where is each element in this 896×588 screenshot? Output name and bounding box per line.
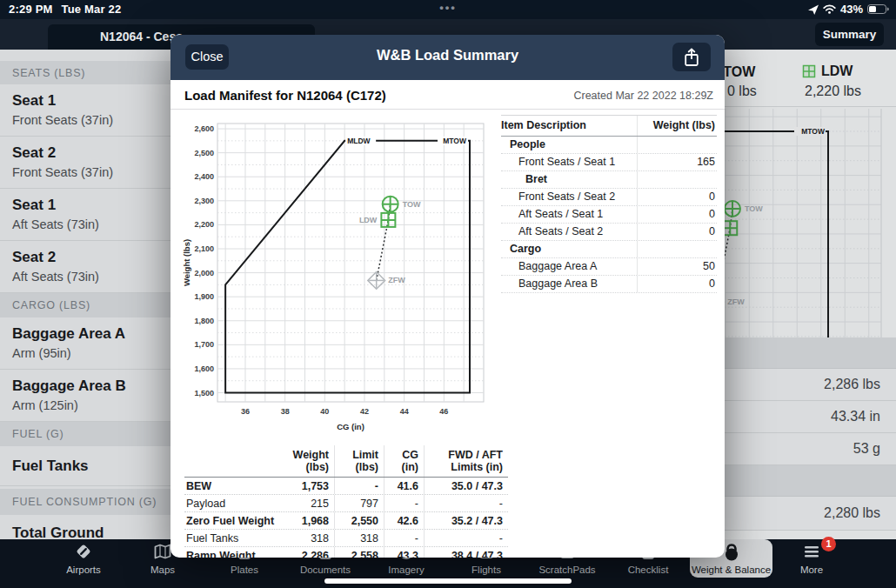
table-row: Aft Seats / Seat 10 (501, 206, 717, 224)
svg-text:CG (in): CG (in) (337, 422, 364, 431)
mtow-value: 0 lbs (727, 84, 757, 99)
panel-band (725, 465, 896, 497)
svg-text:44: 44 (400, 407, 409, 416)
svg-text:46: 46 (439, 407, 448, 416)
location-arrow-icon (808, 4, 819, 15)
table-row: Zero Fuel Weight1,9682,55042.635.2 / 47.… (184, 512, 508, 530)
panel-value-row[interactable]: 43.34 in (725, 401, 896, 433)
station-row-seat2-aft[interactable]: Seat 2 Aft Seats (73in) (0, 241, 171, 293)
svg-text:2,500: 2,500 (194, 149, 214, 157)
panel-value-row[interactable]: 53 g (725, 433, 896, 465)
multitask-dots: ••• (0, 1, 896, 14)
ldw-label: LDW (821, 63, 853, 79)
svg-text:TOW: TOW (403, 200, 421, 209)
svg-text:38: 38 (281, 407, 290, 416)
load-stations-sidebar: SEATS (LBS) Seat 1 Front Seats (37in) Se… (0, 50, 171, 539)
station-row-baggage-a[interactable]: Baggage Area A Arm (95in) (0, 317, 171, 370)
wb-summary-panel: MTOW 0 lbs LDW 2,220 lbs MTOWTOWLDWZFW 2… (725, 50, 896, 539)
svg-text:1,800: 1,800 (194, 317, 214, 325)
section-header-fuel: FUEL (G) (0, 422, 171, 446)
section-header-fuel-consumption: FUEL CONSUMPTION (G) (0, 489, 171, 515)
svg-text:MTOW: MTOW (801, 127, 826, 136)
svg-text:40: 40 (320, 407, 329, 416)
table-row: Aft Seats / Seat 20 (501, 224, 717, 241)
table-row: Cargo (501, 241, 717, 258)
table-row: BEW1,753-41.635.0 / 47.3 (184, 478, 508, 495)
table-row: Front Seats / Seat 20 (501, 189, 717, 206)
ldw-value: 2,220 lbs (805, 84, 861, 99)
created-timestamp: Created Mar 22 2022 18:29Z (573, 90, 713, 102)
airports-icon (73, 541, 94, 562)
limits-header-band: MTOW 0 lbs LDW 2,220 lbs (725, 50, 896, 107)
svg-text:42: 42 (360, 407, 369, 416)
svg-text:2,300: 2,300 (194, 197, 214, 205)
svg-text:36: 36 (241, 407, 250, 416)
station-row-baggage-b[interactable]: Baggage Area B Arm (125in) (0, 370, 171, 422)
weight-summary-table: Weight (lbs) Limit (lbs) CG (in) FWD / A… (184, 445, 508, 558)
panel-band (725, 337, 896, 369)
table-row: Ramp Weight2,2862,55843.338.4 / 47.3 (184, 547, 508, 558)
svg-text:2,000: 2,000 (194, 269, 214, 277)
table-row: Baggage Area A50 (501, 258, 717, 276)
table-row: Bret (501, 171, 717, 189)
svg-text:1,600: 1,600 (194, 364, 214, 373)
svg-text:2,400: 2,400 (194, 172, 214, 181)
svg-text:1,700: 1,700 (194, 340, 214, 349)
wifi-icon (823, 4, 836, 14)
table-row: Payload215797-- (184, 495, 508, 512)
screen: 2:29 PMTue Mar 22 ••• 43% N12064 - Cess … (0, 0, 896, 588)
svg-text:LDW: LDW (359, 216, 378, 224)
svg-text:1,500: 1,500 (194, 389, 214, 398)
svg-text:2,100: 2,100 (194, 244, 214, 253)
station-row-seat1-front[interactable]: Seat 1 Front Seats (37in) (0, 84, 171, 137)
home-indicator[interactable] (324, 578, 572, 584)
table-row: Fuel Tanks318318-- (184, 530, 508, 547)
mtow-label: MTOW (725, 64, 755, 80)
status-bar: 2:29 PMTue Mar 22 ••• 43% (0, 0, 896, 19)
station-row-fuel-tanks[interactable]: Fuel Tanks (0, 446, 171, 486)
items-table-header: Item Description Weight (lbs) (501, 115, 717, 137)
manifest-header-row: Load Manifest for N12064 (C172) Created … (171, 80, 725, 110)
tab-airports[interactable]: Airports (44, 539, 123, 588)
panel-value-row[interactable]: 2,280 lbs (725, 497, 896, 531)
svg-text:MTOW: MTOW (443, 137, 467, 145)
svg-text:ZFW: ZFW (388, 276, 405, 284)
modal-title: W&B Load Summary (171, 47, 725, 63)
more-icon (801, 541, 822, 562)
wb-envelope-chart: 3638404244461,5001,6001,7001,8001,9002,0… (179, 113, 499, 437)
summary-button[interactable]: Summary (815, 23, 884, 46)
station-row-total-ground[interactable]: Total Ground (0, 515, 171, 539)
share-button[interactable] (672, 43, 711, 71)
wb-load-summary-modal: Close W&B Load Summary Load Manifest for… (171, 35, 725, 558)
svg-text:2,600: 2,600 (194, 124, 214, 133)
more-badge: 1 (821, 537, 836, 551)
modal-header: Close W&B Load Summary (171, 35, 725, 80)
svg-text:ZFW: ZFW (727, 297, 745, 306)
table-row: Baggage Area B0 (501, 276, 717, 293)
manifest-title: Load Manifest for N12064 (C172) (184, 88, 386, 103)
svg-text:MLDW: MLDW (347, 137, 371, 145)
svg-text:2,200: 2,200 (194, 220, 214, 229)
ldw-grid-icon (802, 64, 816, 78)
svg-text:Weight (lbs): Weight (lbs) (182, 239, 191, 286)
table-row: Front Seats / Seat 1165 (501, 154, 717, 171)
battery-percent: 43% (840, 3, 863, 16)
table-row: People (501, 137, 717, 154)
background-envelope-chart: MTOWTOWLDWZFW (725, 109, 896, 337)
battery-icon (867, 4, 889, 14)
share-icon (684, 48, 699, 67)
station-row-seat2-front[interactable]: Seat 2 Front Seats (37in) (0, 137, 171, 189)
panel-value-row[interactable]: 2,286 lbs (725, 369, 896, 401)
tab-more[interactable]: More 1 (772, 539, 851, 588)
load-items-table: Item Description Weight (lbs) People Fro… (501, 115, 717, 293)
svg-text:1,900: 1,900 (194, 292, 214, 301)
svg-text:TOW: TOW (745, 204, 763, 213)
summary-table-header: Weight (lbs) Limit (lbs) CG (in) FWD / A… (184, 445, 508, 478)
section-header-seats: SEATS (LBS) (0, 61, 171, 84)
station-row-seat1-aft[interactable]: Seat 1 Aft Seats (73in) (0, 189, 171, 241)
section-header-cargo: CARGO (LBS) (0, 293, 171, 317)
